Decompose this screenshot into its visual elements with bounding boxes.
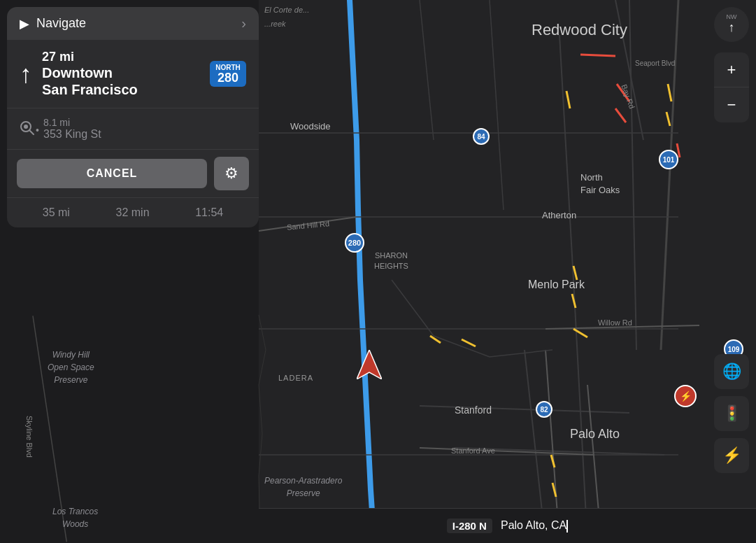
zoom-out-button[interactable]: − (714, 87, 749, 122)
svg-point-44 (24, 125, 28, 129)
navigate-arrow-icon: › (241, 15, 246, 31)
lightning-button[interactable]: ⚡ (714, 438, 749, 473)
text-cursor (566, 520, 568, 533)
zoom-in-icon: + (727, 61, 736, 79)
globe-button[interactable]: 🌐 (714, 354, 749, 389)
hwy-badge-82: 82 (536, 401, 552, 418)
supercharger-pin[interactable]: ⚡ (674, 385, 697, 407)
settings-button[interactable]: ⚙ (214, 157, 249, 190)
svg-line-45 (29, 130, 34, 134)
stat-arrival: 11:54 (195, 206, 223, 219)
right-controls: 🌐 🚦 ⚡ (714, 354, 749, 473)
hwy-badge-101: 101 (659, 150, 678, 169)
svg-rect-1 (259, 0, 756, 543)
zoom-controls: + − (714, 52, 749, 122)
settings-icon: ⚙ (224, 164, 238, 183)
stat-total-distance: 35 mi (43, 206, 70, 219)
compass-button[interactable]: NW ↑ (714, 7, 749, 42)
route-badge: NORTH 280 (210, 61, 246, 87)
hwy-badge-84: 84 (473, 128, 490, 145)
svg-text:...reek: ...reek (264, 20, 286, 28)
action-row: CANCEL ⚙ (7, 150, 259, 198)
waypoint-distance: 8.1 mi (43, 117, 246, 128)
destination-info: ↑ 27 mi Downtown San Francisco NORTH 280 (7, 40, 259, 108)
waypoint-name: 353 King St (43, 128, 246, 141)
navigate-label: Navigate (36, 16, 86, 31)
hwy-badge-280: 280 (345, 233, 364, 253)
up-arrow-icon: ↑ (20, 62, 32, 87)
waypoint-text: 8.1 mi 353 King St (43, 117, 246, 141)
destination-distance: 27 mi (42, 50, 200, 64)
svg-text:El Corte de...: El Corte de... (264, 6, 309, 14)
bottom-location: Palo Alto, CA (501, 519, 568, 533)
navigate-header[interactable]: ▶ Navigate › (7, 7, 259, 40)
lightning-icon: ⚡ (722, 446, 741, 465)
traffic-light-button[interactable]: 🚦 (714, 396, 749, 431)
destination-details: 27 mi Downtown San Francisco (42, 50, 200, 98)
waypoint-icon: • (20, 120, 36, 137)
navigation-panel: ▶ Navigate › ↑ 27 mi Downtown San Franci… (7, 7, 259, 227)
navigate-icon: ▶ (20, 16, 29, 31)
compass-display: NW ↑ (727, 14, 737, 35)
svg-line-35 (580, 55, 615, 56)
trip-stats: 35 mi 32 min 11:54 (7, 198, 259, 227)
stat-duration: 32 min (116, 206, 150, 219)
traffic-light-icon: 🚦 (722, 404, 741, 423)
zoom-out-icon: − (727, 96, 736, 114)
bottom-bar: I-280 N Palo Alto, CA (259, 508, 756, 543)
bottom-route-badge: I-280 N (447, 519, 492, 533)
globe-icon: 🌐 (722, 362, 741, 381)
waypoint-info: • 8.1 mi 353 King St (7, 108, 259, 150)
zoom-in-button[interactable]: + (714, 52, 749, 87)
route-number: 280 (217, 71, 238, 84)
destination-name: Downtown San Francisco (42, 64, 200, 98)
cancel-button[interactable]: CANCEL (17, 159, 207, 188)
